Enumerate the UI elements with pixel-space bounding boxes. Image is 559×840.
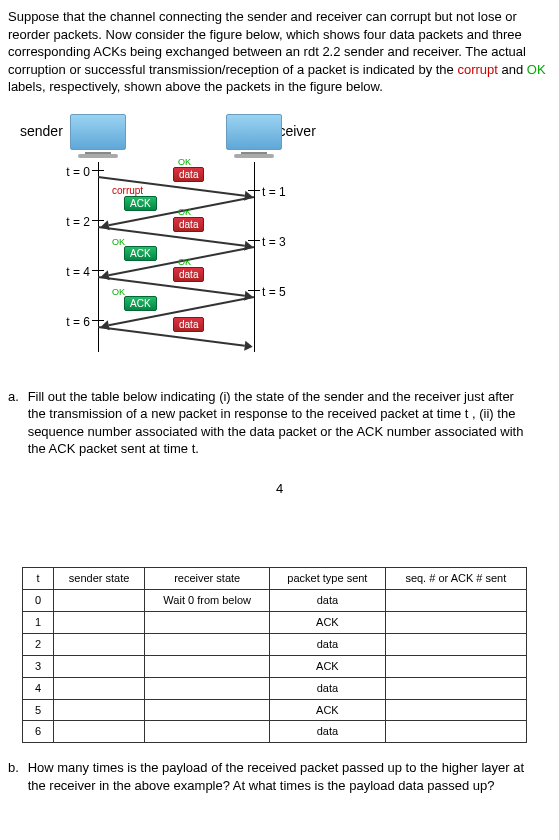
cell-ptype: data [270, 634, 386, 656]
ack-packet-2: ACK [124, 246, 157, 261]
cell-ptype: data [270, 677, 386, 699]
col-receiver: receiver state [145, 568, 270, 590]
cell-sender [54, 677, 145, 699]
ack-packet-3: ACK [124, 296, 157, 311]
ok-label-3: OK [112, 236, 125, 248]
col-seq: seq. # or ACK # sent [385, 568, 526, 590]
cell-ptype: data [270, 590, 386, 612]
col-t: t [23, 568, 54, 590]
corrupt-word: corrupt [457, 62, 497, 77]
cell-seq [385, 655, 526, 677]
ok-word: OK [527, 62, 546, 77]
table-row: 2 data [23, 634, 527, 656]
cell-receiver [145, 699, 270, 721]
protocol-diagram: sender receiver t = 0 t = 2 t = 4 t = 6 … [18, 114, 398, 374]
cell-ptype: ACK [270, 612, 386, 634]
cell-sender [54, 612, 145, 634]
question-b-letter: b. [8, 759, 24, 777]
table-row: 5 ACK [23, 699, 527, 721]
cell-ptype: ACK [270, 699, 386, 721]
table-header-row: t sender state receiver state packet typ… [23, 568, 527, 590]
intro-paragraph: Suppose that the channel connecting the … [8, 8, 551, 96]
cell-sender [54, 699, 145, 721]
cell-seq [385, 634, 526, 656]
data-packet-1: data [173, 167, 204, 182]
time-t4: t = 4 [46, 264, 90, 280]
cell-receiver [145, 634, 270, 656]
svg-line-12 [98, 327, 245, 346]
cell-seq [385, 612, 526, 634]
data-packet-2: data [173, 217, 204, 232]
cell-receiver [145, 655, 270, 677]
cell-seq [385, 677, 526, 699]
cell-t: 2 [23, 634, 54, 656]
intro-text-b: and [498, 62, 527, 77]
cell-receiver [145, 677, 270, 699]
question-b-text: How many times is the payload of the rec… [28, 759, 528, 794]
cell-sender [54, 721, 145, 743]
table-row: 0 Wait 0 from below data [23, 590, 527, 612]
time-t1: t = 1 [262, 184, 306, 200]
cell-receiver [145, 721, 270, 743]
sender-label: sender [20, 122, 63, 141]
time-t3: t = 3 [262, 234, 306, 250]
cell-receiver: Wait 0 from below [145, 590, 270, 612]
time-t6: t = 6 [46, 314, 90, 330]
cell-t: 5 [23, 699, 54, 721]
table-row: 3 ACK [23, 655, 527, 677]
table-row: 6 data [23, 721, 527, 743]
col-ptype: packet type sent [270, 568, 386, 590]
cell-ptype: data [270, 721, 386, 743]
cell-seq [385, 590, 526, 612]
page-number: 4 [8, 480, 551, 498]
table-row: 1 ACK [23, 612, 527, 634]
sender-icon [70, 114, 126, 160]
time-t2: t = 2 [46, 214, 90, 230]
cell-t: 0 [23, 590, 54, 612]
cell-sender [54, 590, 145, 612]
table-row: 4 data [23, 677, 527, 699]
cell-sender [54, 655, 145, 677]
ack-packet-1: ACK [124, 196, 157, 211]
intro-text-a: Suppose that the channel connecting the … [8, 9, 526, 77]
data-packet-3: data [173, 267, 204, 282]
svg-marker-13 [244, 341, 253, 352]
time-t5: t = 5 [262, 284, 306, 300]
cell-t: 4 [23, 677, 54, 699]
cell-ptype: ACK [270, 655, 386, 677]
receiver-icon [226, 114, 282, 160]
cell-seq [385, 699, 526, 721]
time-t0: t = 0 [46, 164, 90, 180]
cell-sender [54, 634, 145, 656]
question-a: a. Fill out the table below indicating (… [8, 388, 551, 458]
answer-table: t sender state receiver state packet typ… [22, 567, 527, 743]
ok-label-5: OK [112, 286, 125, 298]
data-packet-4: data [173, 317, 204, 332]
cell-t: 6 [23, 721, 54, 743]
question-a-letter: a. [8, 388, 24, 406]
intro-text-c: labels, respectively, shown above the pa… [8, 79, 383, 94]
question-a-text: Fill out the table below indicating (i) … [28, 388, 528, 458]
col-sender: sender state [54, 568, 145, 590]
cell-receiver [145, 612, 270, 634]
question-b: b. How many times is the payload of the … [8, 759, 551, 794]
cell-t: 1 [23, 612, 54, 634]
cell-t: 3 [23, 655, 54, 677]
cell-seq [385, 721, 526, 743]
